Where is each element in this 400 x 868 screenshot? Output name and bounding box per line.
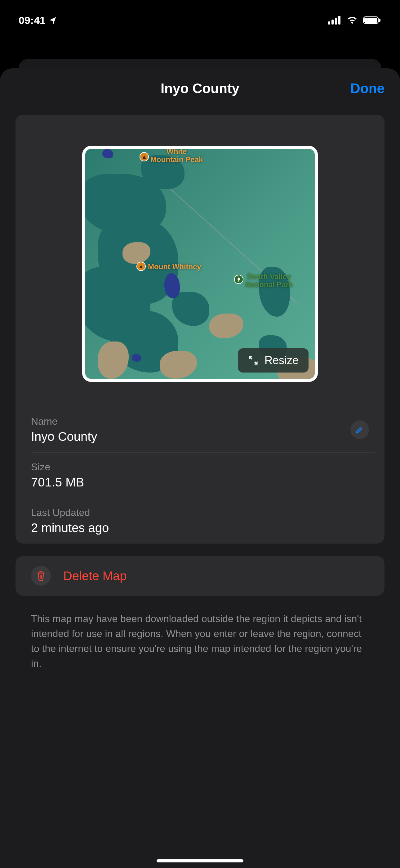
svg-rect-6 bbox=[379, 19, 380, 22]
peak-marker-icon: ▲ bbox=[139, 152, 149, 161]
home-indicator[interactable] bbox=[157, 859, 243, 862]
updated-label: Last Updated bbox=[31, 507, 369, 519]
wifi-icon bbox=[346, 16, 359, 25]
resize-button[interactable]: Resize bbox=[238, 348, 308, 373]
edit-name-button[interactable] bbox=[351, 420, 369, 439]
status-bar: 09:41 bbox=[0, 0, 400, 34]
resize-arrows-icon bbox=[248, 355, 259, 366]
svg-rect-5 bbox=[364, 18, 377, 23]
updated-row: Last Updated 2 minutes ago bbox=[15, 498, 385, 544]
trash-icon-circle bbox=[31, 566, 51, 586]
sheet-backdrop bbox=[19, 59, 381, 68]
delete-label: Delete Map bbox=[63, 569, 127, 583]
sheet-title: Inyo County bbox=[161, 81, 239, 96]
mountain-marker-icon: ▲ bbox=[136, 262, 146, 271]
svg-rect-2 bbox=[335, 18, 337, 25]
map-label-death-valley: Death ValleyNational Park bbox=[245, 273, 293, 289]
size-value: 701.5 MB bbox=[31, 475, 369, 489]
map-info-card: ▲ WhiteMountain Peak ▲ Mount Whitney Dea… bbox=[15, 115, 385, 544]
size-label: Size bbox=[31, 461, 369, 473]
sheet-header: Inyo County Done bbox=[0, 68, 400, 108]
status-time: 09:41 bbox=[19, 14, 57, 26]
name-value: Inyo County bbox=[31, 430, 369, 444]
cellular-icon bbox=[328, 16, 342, 25]
map-label-whitney: Mount Whitney bbox=[148, 262, 201, 271]
map-thumbnail[interactable]: ▲ WhiteMountain Peak ▲ Mount Whitney Dea… bbox=[82, 146, 318, 382]
delete-map-button[interactable]: Delete Map bbox=[15, 556, 385, 596]
status-indicators bbox=[328, 16, 381, 25]
name-row: Name Inyo County bbox=[15, 407, 385, 452]
svg-rect-3 bbox=[338, 16, 340, 25]
pencil-icon bbox=[355, 425, 364, 434]
resize-label: Resize bbox=[265, 354, 299, 367]
map-thumbnail-container: ▲ WhiteMountain Peak ▲ Mount Whitney Dea… bbox=[15, 115, 385, 407]
location-arrow-icon bbox=[49, 16, 57, 25]
svg-rect-0 bbox=[328, 22, 330, 25]
name-label: Name bbox=[31, 416, 369, 427]
park-marker-icon bbox=[234, 275, 243, 284]
done-button[interactable]: Done bbox=[351, 81, 385, 96]
svg-rect-1 bbox=[331, 20, 334, 25]
battery-icon bbox=[363, 16, 381, 25]
size-row: Size 701.5 MB bbox=[15, 453, 385, 498]
modal-sheet: Inyo County Done bbox=[0, 68, 400, 868]
map-label-white-mountain: WhiteMountain Peak bbox=[151, 148, 203, 164]
disclaimer-text: This map may have been downloaded outsid… bbox=[0, 602, 400, 680]
trash-icon bbox=[36, 570, 46, 581]
updated-value: 2 minutes ago bbox=[31, 521, 369, 535]
